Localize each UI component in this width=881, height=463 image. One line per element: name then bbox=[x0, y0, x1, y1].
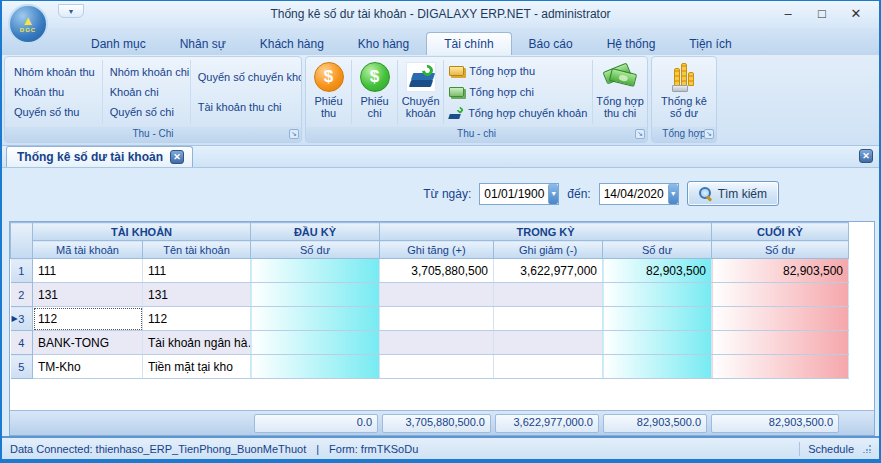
link-quyen-so-thu[interactable]: Quyển số thu bbox=[11, 105, 98, 119]
phieu-thu-button[interactable]: $ Phiếu thu bbox=[306, 57, 351, 127]
chevron-down-icon[interactable]: ▼ bbox=[668, 184, 678, 204]
phieu-chi-button[interactable]: $ Phiếu chi bbox=[352, 57, 397, 127]
tab-kho-hang[interactable]: Kho hàng bbox=[341, 32, 426, 55]
column-header-ten-tai-khoan[interactable]: Tên tài khoản bbox=[143, 241, 251, 259]
resize-grip-icon[interactable] bbox=[862, 444, 871, 453]
schedule-label[interactable]: Schedule bbox=[808, 443, 854, 455]
chevron-down-icon[interactable]: ▼ bbox=[548, 184, 558, 204]
cell-ghi-giam[interactable] bbox=[494, 283, 603, 307]
tab-tai-chinh[interactable]: Tài chính bbox=[426, 32, 511, 55]
strip-close-icon[interactable]: ✕ bbox=[859, 149, 873, 163]
table-row: 2 131 131 bbox=[11, 283, 875, 307]
dialog-launcher-icon[interactable]: ↘ bbox=[635, 129, 645, 139]
group-caption-thu-chi-2: Thu - chi ↘ bbox=[306, 127, 647, 142]
grid-empty-area[interactable] bbox=[10, 379, 874, 410]
cell-so-du[interactable] bbox=[603, 283, 712, 307]
to-date-value[interactable]: 14/04/2020 bbox=[600, 187, 668, 201]
cell-ghi-tang[interactable] bbox=[380, 331, 494, 355]
cell-cuoi-ky[interactable] bbox=[712, 283, 849, 307]
chuyen-khoan-button[interactable]: Chuyển khoản bbox=[398, 57, 443, 127]
cell-ten[interactable]: 131 bbox=[143, 283, 251, 307]
cell-so-du[interactable] bbox=[603, 355, 712, 379]
tab-danh-muc[interactable]: Danh mục bbox=[74, 32, 163, 55]
dollar-orange-icon: $ bbox=[314, 62, 344, 92]
link-quyen-so-chuyen-khoan[interactable]: Quyển số chuyển khoản bbox=[195, 70, 302, 84]
tab-tien-ich[interactable]: Tiện ích bbox=[672, 32, 748, 55]
tong-hop-thu-button[interactable]: Tổng hợp thu bbox=[449, 65, 587, 77]
link-nhom-khoan-chi[interactable]: Nhóm khoản chi bbox=[107, 65, 186, 79]
cell-so-du[interactable]: 82,903,500 bbox=[603, 259, 712, 283]
cell-ma[interactable]: 112 bbox=[33, 307, 143, 331]
status-divider bbox=[799, 442, 800, 456]
cell-ten[interactable]: Tiền mặt tại kho bbox=[143, 355, 251, 379]
group-header-trong-ky: TRONG KỲ bbox=[380, 223, 712, 241]
cell-cuoi-ky[interactable] bbox=[712, 331, 849, 355]
link-khoan-thu[interactable]: Khoản thu bbox=[11, 85, 98, 99]
cell-dau-ky[interactable] bbox=[251, 259, 380, 283]
cell-so-du[interactable] bbox=[603, 307, 712, 331]
group-header-tai-khoan: TÀI KHOẢN bbox=[33, 223, 251, 241]
cell-cuoi-ky[interactable] bbox=[712, 355, 849, 379]
cell-ghi-giam[interactable] bbox=[494, 355, 603, 379]
cell-ma[interactable]: BANK-TONG bbox=[33, 331, 143, 355]
tab-nhan-su[interactable]: Nhân sự bbox=[163, 32, 243, 55]
column-header-so-du-dau-ky[interactable]: Số dư bbox=[251, 241, 380, 259]
window-controls: – □ ✕ bbox=[771, 3, 873, 25]
cell-ten[interactable]: 112 bbox=[143, 307, 251, 331]
cell-ma[interactable]: 111 bbox=[33, 259, 143, 283]
ribbon: Nhóm khoản thu Khoản thu Quyển số thu Nh… bbox=[2, 55, 879, 146]
column-header-ghi-tang[interactable]: Ghi tăng (+) bbox=[380, 241, 494, 259]
column-header-so-du-trong-ky[interactable]: Số dư bbox=[603, 241, 712, 259]
dialog-launcher-icon[interactable]: ↘ bbox=[704, 129, 714, 139]
link-khoan-chi[interactable]: Khoản chi bbox=[107, 85, 186, 99]
row-header[interactable]: 1 bbox=[11, 259, 33, 283]
tab-khach-hang[interactable]: Khách hàng bbox=[243, 32, 341, 55]
cell-so-du[interactable] bbox=[603, 331, 712, 355]
tong-hop-chi-button[interactable]: Tổng hợp chi bbox=[449, 86, 587, 98]
dialog-launcher-icon[interactable]: ↘ bbox=[289, 129, 299, 139]
cell-ghi-tang[interactable] bbox=[380, 307, 494, 331]
tab-bao-cao[interactable]: Báo cáo bbox=[512, 32, 590, 55]
cell-dau-ky[interactable] bbox=[251, 283, 380, 307]
ribbon-group-thu-chi-links: Nhóm khoản thu Khoản thu Quyển số thu Nh… bbox=[4, 56, 302, 143]
document-tab[interactable]: Thống kê số dư tài khoản ✕ bbox=[6, 146, 193, 167]
cell-dau-ky[interactable] bbox=[251, 331, 380, 355]
tab-he-thong[interactable]: Hệ thống bbox=[590, 32, 673, 55]
cell-ma[interactable]: TM-Kho bbox=[33, 355, 143, 379]
link-quyen-so-chi[interactable]: Quyển số chi bbox=[107, 105, 186, 119]
cell-ghi-tang[interactable] bbox=[380, 283, 494, 307]
cell-ghi-giam[interactable]: 3,622,977,000 bbox=[494, 259, 603, 283]
column-header-so-du-cuoi-ky[interactable]: Số dư bbox=[712, 241, 849, 259]
tab-close-icon[interactable]: ✕ bbox=[170, 150, 184, 164]
cell-ten[interactable]: Tài khoản ngân hà… bbox=[143, 331, 251, 355]
cell-dau-ky[interactable] bbox=[251, 307, 380, 331]
cell-ma[interactable]: 131 bbox=[33, 283, 143, 307]
row-header[interactable]: 4 bbox=[11, 331, 33, 355]
link-nhom-khoan-thu[interactable]: Nhóm khoản thu bbox=[11, 65, 98, 79]
cell-cuoi-ky[interactable]: 82,903,500 bbox=[712, 259, 849, 283]
tong-hop-thu-chi-button[interactable]: Tổng hợp thu chi bbox=[593, 57, 647, 127]
tong-hop-chuyen-khoan-button[interactable]: Tổng hợp chuyển khoản bbox=[449, 107, 587, 119]
search-button[interactable]: Tìm kiếm bbox=[687, 181, 779, 206]
cell-dau-ky[interactable] bbox=[251, 355, 380, 379]
link-tai-khoan-thu-chi[interactable]: Tài khoản thu chi bbox=[195, 100, 302, 114]
from-date-picker[interactable]: 01/01/1900 ▼ bbox=[479, 183, 559, 205]
thong-ke-so-du-button[interactable]: Thống kê số dư bbox=[656, 57, 712, 127]
to-date-picker[interactable]: 14/04/2020 ▼ bbox=[599, 183, 679, 205]
row-header[interactable]: ▶ 3 bbox=[11, 307, 33, 331]
minimize-button[interactable]: – bbox=[771, 3, 805, 25]
cell-ten[interactable]: 111 bbox=[143, 259, 251, 283]
cell-ghi-tang[interactable] bbox=[380, 355, 494, 379]
row-header[interactable]: 5 bbox=[11, 355, 33, 379]
cell-ghi-giam[interactable] bbox=[494, 331, 603, 355]
cell-ghi-tang[interactable]: 3,705,880,500 bbox=[380, 259, 494, 283]
cell-cuoi-ky[interactable] bbox=[712, 307, 849, 331]
row-header[interactable]: 2 bbox=[11, 283, 33, 307]
close-button[interactable]: ✕ bbox=[839, 3, 873, 25]
cell-ghi-giam[interactable] bbox=[494, 307, 603, 331]
maximize-button[interactable]: □ bbox=[805, 3, 839, 25]
column-header-ghi-giam[interactable]: Ghi giảm (-) bbox=[494, 241, 603, 259]
column-header-ma-tai-khoan[interactable]: Mã tài khoản bbox=[33, 241, 143, 259]
from-date-value[interactable]: 01/01/1900 bbox=[480, 187, 548, 201]
app-logo[interactable]: ▲ DGC bbox=[8, 4, 48, 44]
